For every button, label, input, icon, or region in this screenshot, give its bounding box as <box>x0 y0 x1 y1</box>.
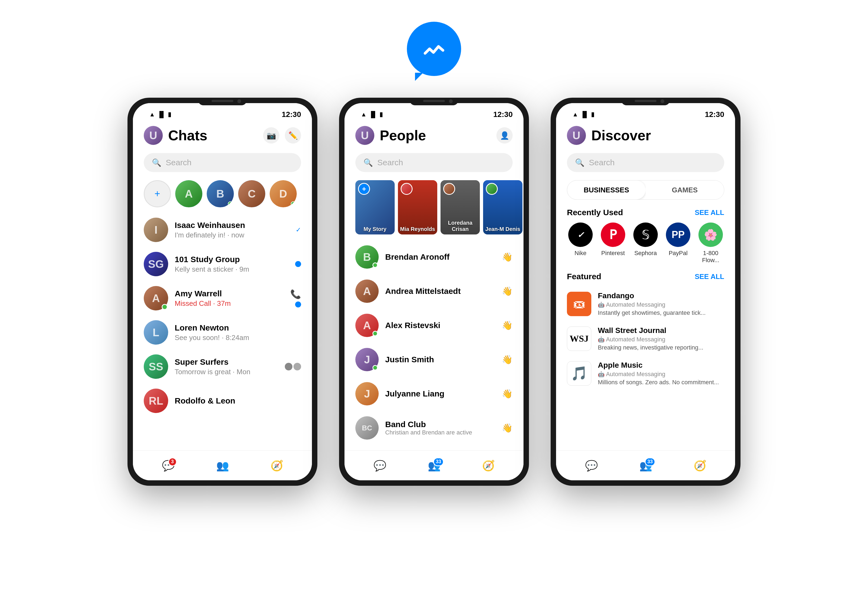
nav-people-btn-3[interactable]: 👥 33 <box>639 460 652 472</box>
story-item-4[interactable]: D <box>270 180 297 207</box>
tab-businesses[interactable]: BUSINESSES <box>567 180 646 199</box>
chat-item-rodolfo[interactable]: RL Rodolfo & Leon <box>133 384 312 418</box>
recently-item-nike[interactable]: ✓ Nike <box>567 223 594 264</box>
nav-chats-btn-3[interactable]: 💬 <box>585 460 598 472</box>
nav-people-btn-1[interactable]: 👥 <box>216 460 229 472</box>
nav-discover-icon-3: 🧭 <box>693 460 707 472</box>
pinterest-icon: 𝖯 <box>601 223 625 247</box>
mia-story-avatar <box>401 183 413 195</box>
nav-discover-btn-3[interactable]: 🧭 <box>693 460 707 472</box>
tab-games[interactable]: GAMES <box>646 180 724 199</box>
status-bar-3: ▲ ▐▌ ▮ 12:30 <box>556 103 735 120</box>
chat-name-studygroup: 101 Study Group <box>175 255 289 264</box>
story-item-1[interactable]: A <box>175 180 202 207</box>
chat-item-amy[interactable]: A Amy Warrell Missed Call · 37m 📞 <box>133 281 312 315</box>
featured-see-all[interactable]: SEE ALL <box>695 272 724 281</box>
edit-button[interactable]: ✏️ <box>285 127 301 144</box>
wsj-name: Wall Street Journal <box>598 326 724 335</box>
wave-icon-justin[interactable]: 👋 <box>502 354 513 365</box>
user-avatar-1[interactable]: U <box>144 126 163 145</box>
status-icons-1: ▲ ▐▌ ▮ <box>149 111 171 118</box>
recently-item-pinterest[interactable]: 𝖯 Pinterest <box>600 223 627 264</box>
apple-music-sub-text: Automated Messaging <box>606 371 665 377</box>
people-avatar-alex: A <box>355 314 379 337</box>
search-icon-2: 🔍 <box>363 158 373 167</box>
nav-chat-icon-2: 💬 <box>373 460 386 472</box>
story-card-mia[interactable]: Mia Reynolds <box>398 180 437 235</box>
user-avatar-3[interactable]: U <box>567 126 586 145</box>
chat-preview-amy: Missed Call · 37m <box>175 299 284 308</box>
people-name-bandclub: Band Club <box>385 420 495 429</box>
wsj-sub: 🤖 Automated Messaging <box>598 336 724 343</box>
wave-icon-andrea[interactable]: 👋 <box>502 286 513 296</box>
story-card-mystory[interactable]: + My Story <box>355 180 395 235</box>
fandango-icon: 🎟 <box>567 292 591 316</box>
chat-item-loren[interactable]: L Loren Newton See you soon! · 8:24am <box>133 315 312 349</box>
nav-people-btn-2[interactable]: 👥 33 <box>428 460 440 472</box>
chat-item-studygroup[interactable]: SG 101 Study Group Kelly sent a sticker … <box>133 247 312 281</box>
andrea-face: A <box>355 279 379 303</box>
featured-item-fandango[interactable]: 🎟 Fandango 🤖 Automated Messaging Instant… <box>556 287 735 321</box>
signal-icon-1: ▐▌ <box>157 111 166 118</box>
add-person-button[interactable]: 👤 <box>496 127 513 144</box>
time-2: 12:30 <box>493 110 513 119</box>
people-name-brendan: Brendan Aronoff <box>385 252 495 261</box>
discover-search-bar[interactable]: 🔍 Search <box>567 153 724 172</box>
chat-avatar-rodolfo: RL <box>144 389 168 413</box>
people-search-bar[interactable]: 🔍 Search <box>355 153 513 172</box>
camera-button[interactable]: 📷 <box>263 127 279 144</box>
signal-icon-3: ▐▌ <box>581 111 589 118</box>
user-avatar-2[interactable]: U <box>355 126 374 145</box>
phones-container: ▲ ▐▌ ▮ 12:30 U Chats 📷 ✏️ <box>127 98 741 486</box>
search-icon-1: 🔍 <box>152 158 161 167</box>
chat-item-supersurfers[interactable]: SS Super Surfers Tomorrow is great · Mon <box>133 349 312 384</box>
recently-used-see-all[interactable]: SEE ALL <box>695 208 724 217</box>
people-avatar-julyanne: J <box>355 382 379 405</box>
paypal-label: PayPal <box>669 249 687 257</box>
recently-item-paypal[interactable]: PP PayPal <box>665 223 692 264</box>
wsj-text: WSJ <box>570 334 589 344</box>
sephora-icon: 𝕊 <box>633 223 658 247</box>
add-story-btn[interactable]: + <box>144 180 171 207</box>
recently-item-flower[interactable]: 🌸 1-800 Flow... <box>697 223 724 264</box>
wave-icon-brendan[interactable]: 👋 <box>502 252 513 262</box>
chats-search-bar[interactable]: 🔍 Search <box>144 153 301 172</box>
people-item-bandclub[interactable]: BC Band Club Christian and Brendan are a… <box>345 411 523 445</box>
story-item-2[interactable]: B <box>207 180 234 207</box>
nav-chats-btn-2[interactable]: 💬 <box>373 460 386 472</box>
people-item-justin[interactable]: J Justin Smith 👋 <box>345 343 523 377</box>
user-face-3: U <box>567 126 586 145</box>
nike-icon: ✓ <box>568 223 592 247</box>
featured-item-wsj[interactable]: WSJ Wall Street Journal 🤖 Automated Mess… <box>556 321 735 356</box>
nav-discover-icon-1: 🧭 <box>270 460 283 472</box>
featured-item-apple-music[interactable]: 🎵 Apple Music 🤖 Automated Messaging Mill… <box>556 356 735 391</box>
phone-inner-2: ▲ ▐▌ ▮ 12:30 U People 👤 <box>345 103 523 480</box>
wave-icon-bandclub[interactable]: 👋 <box>502 423 513 433</box>
story-item-3[interactable]: C <box>238 180 265 207</box>
wave-icon-alex[interactable]: 👋 <box>502 320 513 331</box>
wave-icon-julyanne[interactable]: 👋 <box>502 389 513 399</box>
phone-chats: ▲ ▐▌ ▮ 12:30 U Chats 📷 ✏️ <box>127 98 317 486</box>
people-item-andrea[interactable]: A Andrea Mittelstaedt 👋 <box>345 274 523 308</box>
chat-list: I Isaac Weinhausen I'm definately in! · … <box>133 213 312 450</box>
wsj-desc: Breaking news, investigative reporting..… <box>598 344 724 351</box>
nav-discover-btn-1[interactable]: 🧭 <box>270 460 283 472</box>
story-label-mystory: My Story <box>355 226 395 232</box>
people-item-julyanne[interactable]: J Julyanne Liang 👋 <box>345 377 523 411</box>
nav-chats-btn[interactable]: 💬 3 <box>162 460 175 472</box>
battery-icon-3: ▮ <box>591 111 594 118</box>
check-icon-isaac: ✓ <box>296 226 301 234</box>
discover-search-placeholder: Search <box>589 158 615 167</box>
people-item-brendan[interactable]: B Brendan Aronoff 👋 <box>345 240 523 274</box>
fandango-info: Fandango 🤖 Automated Messaging Instantly… <box>598 291 724 316</box>
chat-name-supersurfers: Super Surfers <box>175 357 278 367</box>
story-card-jean[interactable]: Jean-M Denis <box>483 180 523 235</box>
chat-preview-loren: See you soon! · 8:24am <box>175 334 301 342</box>
recently-item-sephora[interactable]: 𝕊 Sephora <box>632 223 659 264</box>
nav-discover-btn-2[interactable]: 🧭 <box>482 460 495 472</box>
story-card-loredana[interactable]: Loredana Crisan <box>440 180 480 235</box>
people-item-alex[interactable]: A Alex Ristevski 👋 <box>345 308 523 343</box>
chat-item-isaac[interactable]: I Isaac Weinhausen I'm definately in! · … <box>133 213 312 247</box>
story-label-jean: Jean-M Denis <box>483 226 523 232</box>
chat-name-rodolfo: Rodolfo & Leon <box>175 396 301 405</box>
